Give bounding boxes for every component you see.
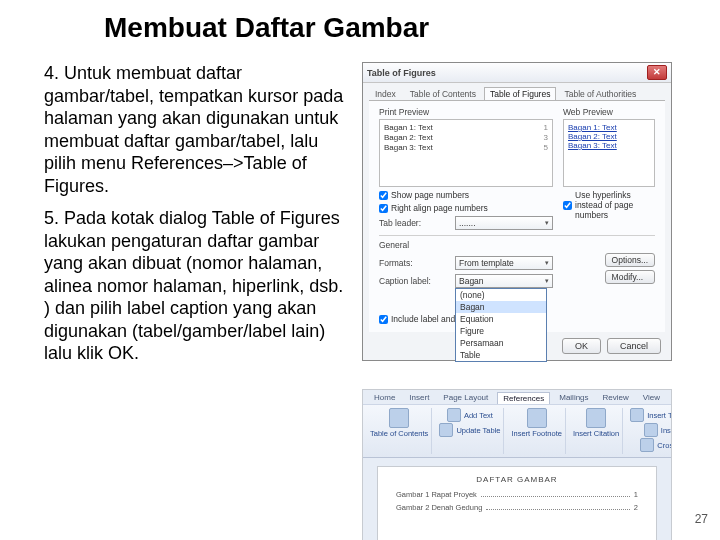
table-of-figures-dialog: Table of Figures ✕ Index Table of Conten…: [362, 62, 672, 361]
chevron-down-icon: ▾: [545, 219, 549, 227]
chevron-down-icon: ▾: [545, 277, 549, 285]
ribbon-tab[interactable]: Home: [369, 392, 400, 404]
citation-icon[interactable]: [586, 408, 606, 428]
footnote-icon[interactable]: [527, 408, 547, 428]
toc-icon[interactable]: [389, 408, 409, 428]
ribbon-tabs: Home Insert Page Layout References Maili…: [363, 390, 671, 404]
caption-icon[interactable]: [644, 423, 658, 437]
tab-leader-label: Tab leader:: [379, 218, 449, 228]
caption-label-dropdown[interactable]: Bagan▾: [455, 274, 553, 288]
slide-title: Membuat Daftar Gambar: [104, 12, 690, 44]
ok-button[interactable]: OK: [562, 338, 601, 354]
caption-option[interactable]: Table: [456, 349, 546, 361]
crossref-icon[interactable]: [640, 438, 654, 452]
close-icon[interactable]: ✕: [647, 65, 667, 80]
caption-option[interactable]: (none): [456, 289, 546, 301]
slide-number: 27: [695, 512, 708, 526]
tab-toa[interactable]: Table of Authorities: [558, 87, 642, 100]
tab-toc[interactable]: Table of Contents: [404, 87, 482, 100]
caption-label-label: Caption label:: [379, 276, 449, 286]
tab-index[interactable]: Index: [369, 87, 402, 100]
formats-label: Formats:: [379, 258, 449, 268]
caption-option[interactable]: Figure: [456, 325, 546, 337]
step-5: 5. Pada kotak dialog Table of Figures la…: [44, 207, 354, 365]
print-preview: Bagan 1: Text1 Bagan 2: Text3 Bagan 3: T…: [379, 119, 553, 187]
tab-leader-dropdown[interactable]: .......▾: [455, 216, 553, 230]
options-button[interactable]: Options...: [605, 253, 655, 267]
word-screenshot: Home Insert Page Layout References Maili…: [362, 389, 672, 540]
step-4: 4. Untuk membuat daftar gambar/tabel, te…: [44, 62, 354, 197]
dialog-tabs: Index Table of Contents Table of Figures…: [363, 83, 671, 100]
chevron-down-icon: ▾: [545, 259, 549, 267]
ribbon-tab[interactable]: View: [638, 392, 665, 404]
caption-label-options[interactable]: (none) Bagan Equation Figure Persamaan T…: [455, 288, 547, 362]
ribbon-tab[interactable]: Insert: [404, 392, 434, 404]
add-text-icon[interactable]: [447, 408, 461, 422]
ribbon-tab[interactable]: Review: [598, 392, 634, 404]
insert-tof-icon[interactable]: [630, 408, 644, 422]
caption-option[interactable]: Persamaan: [456, 337, 546, 349]
document-page: DAFTAR GAMBAR Gambar 1 Rapat Proyek1 Gam…: [377, 466, 657, 540]
dialog-title: Table of Figures: [367, 68, 436, 78]
update-table-icon[interactable]: [439, 423, 453, 437]
doc-heading: DAFTAR GAMBAR: [396, 475, 638, 484]
ribbon: Table of Contents Add Text Update Table …: [363, 404, 671, 458]
general-label: General: [379, 240, 655, 250]
chk-show-page-numbers[interactable]: Show page numbers: [379, 190, 553, 200]
chk-hyperlinks[interactable]: Use hyperlinks instead of page numbers: [563, 190, 655, 220]
tab-tof[interactable]: Table of Figures: [484, 87, 556, 100]
cancel-button[interactable]: Cancel: [607, 338, 661, 354]
formats-dropdown[interactable]: From template▾: [455, 256, 553, 270]
body-text: 4. Untuk membuat daftar gambar/tabel, te…: [44, 62, 354, 540]
ribbon-tab[interactable]: Mailings: [554, 392, 593, 404]
web-preview-label: Web Preview: [563, 107, 655, 117]
web-preview: Bagan 1: Text Bagan 2: Text Bagan 3: Tex…: [563, 119, 655, 187]
modify-button[interactable]: Modify...: [605, 270, 655, 284]
chk-right-align[interactable]: Right align page numbers: [379, 203, 553, 213]
caption-option[interactable]: Equation: [456, 313, 546, 325]
ribbon-tab-references[interactable]: References: [497, 392, 550, 404]
print-preview-label: Print Preview: [379, 107, 553, 117]
ribbon-tab[interactable]: Page Layout: [438, 392, 493, 404]
caption-option[interactable]: Bagan: [456, 301, 546, 313]
